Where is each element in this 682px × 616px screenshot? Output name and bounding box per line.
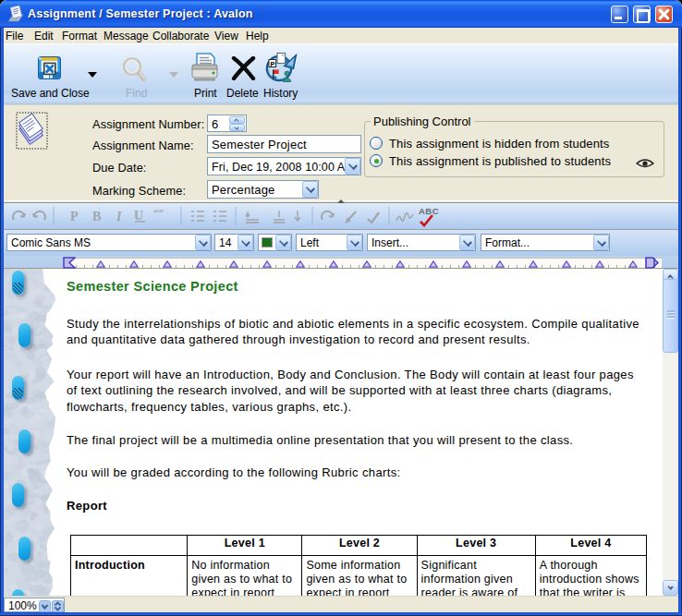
svg-text:P: P	[70, 210, 79, 223]
svg-text:I: I	[116, 210, 122, 223]
svg-text:B: B	[92, 210, 101, 223]
svg-text:ABC: ABC	[419, 206, 439, 216]
svg-text:“”: “”	[153, 207, 164, 218]
svg-text:P: P	[270, 60, 274, 68]
svg-text:U: U	[134, 209, 143, 223]
